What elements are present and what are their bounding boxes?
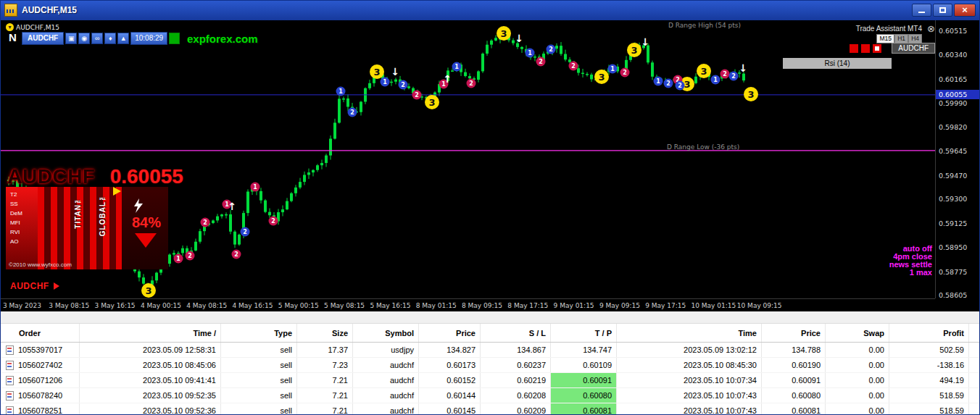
signal-red-marker[interactable]: 2 [412,91,422,100]
symbol-dropdown-icon[interactable]: ▾ [6,23,14,31]
restore-button[interactable] [933,4,952,17]
indicator-label: AO [6,238,38,245]
signal-red-marker[interactable]: 2 [721,70,730,79]
order-row[interactable]: 10560274022023.05.10 08:45:06sell7.23aud… [0,358,980,373]
signal-3-marker[interactable]: 3 [627,43,641,57]
signal-blue-marker[interactable]: 2 [676,81,685,91]
order-row[interactable]: 10553970172023.05.09 12:58:31sell17.37us… [0,343,980,358]
signal-red-marker[interactable]: 2 [467,79,476,88]
cell: audchf [353,373,419,387]
column-header-order[interactable]: Order [0,324,80,342]
column-header-swap[interactable]: Swap [826,324,889,342]
signal-red-marker[interactable]: 2 [201,218,210,227]
column-header-s-l[interactable]: S / L [481,324,551,342]
column-header-size[interactable]: Size [297,324,353,342]
chart-area[interactable]: 33333333312212122122222221212112112212↓↓… [0,20,980,311]
signal-3-marker[interactable]: 3 [370,64,384,79]
alert-icon[interactable]: ♦ [104,33,116,44]
column-header-symbol[interactable]: Symbol [353,324,419,342]
arrow-up-icon[interactable]: ▲ [117,33,129,44]
status-square-icon[interactable] [169,33,180,44]
arrow-up-marker[interactable]: ↑ [443,73,452,85]
signal-3-marker[interactable]: 3 [697,64,711,78]
close-button[interactable]: × [954,4,976,17]
trade-assistant-close-icon[interactable]: ⊗ [927,23,935,34]
signal-red-marker[interactable]: 2 [620,68,630,77]
column-header-t-p[interactable]: T / P [551,324,617,342]
signal-blue-marker[interactable]: 2 [547,45,556,54]
bottom-symbol-label: AUDCHF [10,281,59,291]
signal-blue-marker[interactable]: 2 [348,108,357,117]
svg-text:1: 1 [528,50,532,56]
order-id: 1056027402 [18,361,62,369]
signal-3-marker[interactable]: 3 [425,95,439,109]
big-quote-price: 0.60055 [110,165,183,188]
signal-3-marker[interactable]: 3 [497,26,511,41]
signal-red-marker[interactable]: 1 [251,183,260,192]
signal-blue-marker[interactable]: 1 [452,62,462,72]
signal-blue-marker[interactable]: 1 [608,64,618,74]
cell: -138.16 [889,358,969,372]
price-tick: 0.60340 [939,51,967,59]
svg-text:3: 3 [598,72,605,83]
order-row[interactable]: 10560782402023.05.10 09:52:35sell7.21aud… [0,388,980,403]
signal-red-marker[interactable]: 1 [174,254,183,264]
order-row[interactable]: 10560712062023.05.10 09:41:41sell7.21aud… [0,373,980,388]
column-header-time-[interactable]: Time / [80,324,221,342]
column-header-type[interactable]: Type [221,324,297,342]
signal-blue-marker[interactable]: 2 [399,80,408,90]
arrow-up-marker[interactable]: ↑ [228,201,236,212]
signal-3-marker[interactable]: 3 [141,283,156,298]
svg-text:3: 3 [747,89,754,100]
order-document-icon [6,361,14,370]
link-icon[interactable]: ∞ [91,33,103,44]
signal-blue-marker[interactable]: 1 [381,77,390,87]
column-header-time[interactable]: Time [617,324,762,342]
signal-red-marker[interactable]: 2 [536,57,546,67]
svg-text:1: 1 [454,64,459,70]
indicator-label: DeM [6,210,38,217]
time-tick: 3 May 08:15 [49,302,89,309]
arrow-down-marker[interactable]: ↓ [739,62,747,74]
svg-text:2: 2 [415,92,419,98]
big-quote: AUDCHF 0.60055 [7,165,183,188]
arrow-down-marker[interactable]: ↓ [515,33,523,44]
signal-blue-marker[interactable]: 1 [526,49,535,58]
camera-icon[interactable]: ▣ [65,33,77,44]
price-axis[interactable]: 0.605150.603400.601650.599900.598200.596… [935,20,980,298]
column-header-profit[interactable]: Profit [889,324,969,342]
signal-blue-marker[interactable]: 1 [654,77,663,86]
column-header-price[interactable]: Price [419,324,481,342]
cell: sell [221,373,297,387]
signal-3-marker[interactable]: 3 [744,87,758,101]
column-header-price[interactable]: Price [762,324,826,342]
window-title: AUDCHF,M15 [22,5,77,15]
arrow-down-marker[interactable]: ↓ [391,66,399,77]
signal-red-marker[interactable]: 2 [269,217,278,226]
minimize-button[interactable] [912,4,931,17]
svg-text:2: 2 [203,219,207,226]
rsi-button[interactable]: Rsi (14) [783,58,892,69]
signal-blue-marker[interactable]: 1 [711,75,721,85]
cell: 518.59 [889,388,969,403]
signal-blue-marker[interactable]: 2 [241,227,250,237]
time-axis[interactable]: 3 May 20233 May 08:153 May 16:154 May 00… [0,298,935,311]
signal-blue-marker[interactable]: 2 [729,72,739,81]
arrow-down-marker[interactable]: ↓ [641,36,649,48]
panel-symbol-button[interactable]: AUDCHF [22,32,64,45]
row-filler [969,403,980,415]
signal-3-marker[interactable]: 3 [594,70,609,84]
time-tick: 3 May 2023 [3,302,41,309]
signal-red-marker[interactable]: 2 [232,250,241,259]
order-document-icon [6,406,14,415]
price-tick: 0.58605 [939,291,967,299]
time-tick: 8 May 17:15 [507,302,548,309]
signal-blue-marker[interactable]: 1 [336,87,346,96]
signal-red-marker[interactable]: 2 [186,251,195,261]
svg-text:2: 2 [731,73,736,80]
order-row[interactable]: 10560782512023.05.10 09:52:36sell7.21aud… [0,403,980,415]
signal-blue-marker[interactable]: 2 [664,79,673,88]
signal-red-marker[interactable]: 2 [569,62,578,71]
eye-icon[interactable]: ◉ [78,33,90,44]
yellow-arrow-icon [113,187,121,196]
